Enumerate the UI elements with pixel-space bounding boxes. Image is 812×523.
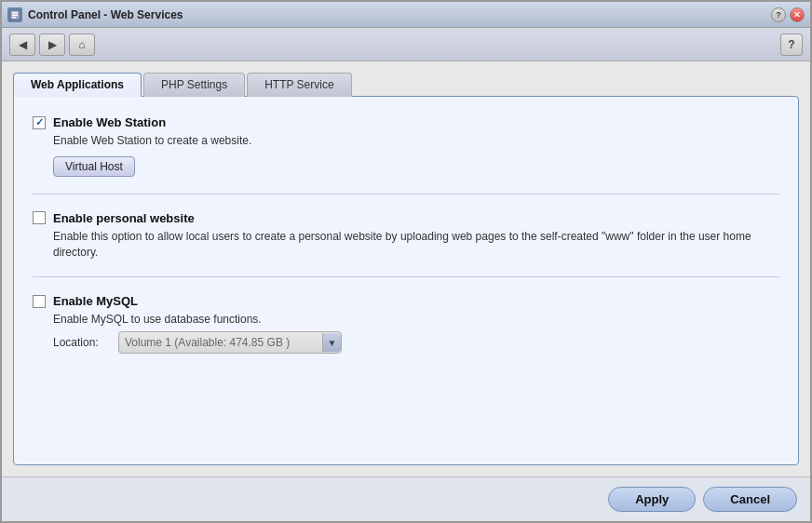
mysql-title: Enable MySQL [53, 294, 138, 308]
tab-php-settings[interactable]: PHP Settings [143, 73, 245, 97]
web-station-checkbox[interactable] [33, 116, 46, 129]
titlebar-help-btn[interactable]: ? [771, 7, 786, 22]
location-dropdown-arrow: ▼ [322, 333, 341, 352]
location-row: Location: Volume 1 (Available: 474.85 GB… [53, 331, 779, 354]
location-label: Location: [53, 336, 109, 349]
web-station-header: Enable Web Station [33, 115, 779, 129]
bottom-bar: Apply Cancel [2, 476, 810, 521]
cancel-button[interactable]: Cancel [703, 487, 797, 512]
back-button[interactable]: ◀ [9, 34, 35, 56]
main-window: Control Panel - Web Services ? ✕ ◀ ▶ ⌂ ?… [0, 0, 812, 523]
tab-web-applications[interactable]: Web Applications [13, 73, 142, 97]
help-button[interactable]: ? [780, 34, 803, 56]
personal-website-checkbox[interactable] [33, 211, 46, 224]
home-button[interactable]: ⌂ [69, 34, 95, 56]
divider-1 [33, 194, 779, 194]
svg-rect-2 [12, 14, 18, 16]
personal-website-desc: Enable this option to allow local users … [53, 229, 779, 261]
svg-rect-3 [12, 17, 16, 19]
web-station-section: Enable Web Station Enable Web Station to… [33, 115, 779, 177]
titlebar-controls: ? ✕ [771, 7, 805, 22]
mysql-section: Enable MySQL Enable MySQL to use databas… [33, 294, 779, 354]
location-value: Volume 1 (Available: 474.85 GB ) [125, 336, 322, 349]
personal-website-title: Enable personal website [53, 211, 195, 225]
virtual-host-button[interactable]: Virtual Host [53, 156, 135, 177]
personal-website-header: Enable personal website [33, 211, 779, 225]
toolbar: ◀ ▶ ⌂ ? [2, 28, 810, 61]
apply-button[interactable]: Apply [608, 487, 696, 512]
location-dropdown[interactable]: Volume 1 (Available: 474.85 GB ) ▼ [118, 331, 342, 354]
titlebar-close-btn[interactable]: ✕ [790, 7, 805, 22]
mysql-header: Enable MySQL [33, 294, 779, 308]
mysql-checkbox[interactable] [33, 295, 46, 308]
web-station-desc: Enable Web Station to create a website. [53, 133, 779, 149]
mysql-desc: Enable MySQL to use database functions. [53, 312, 779, 328]
titlebar-icon [7, 7, 22, 22]
titlebar: Control Panel - Web Services ? ✕ [2, 2, 810, 28]
tab-http-service[interactable]: HTTP Service [247, 73, 351, 97]
content-area: Web Applications PHP Settings HTTP Servi… [2, 61, 810, 476]
divider-2 [33, 276, 779, 277]
tab-panel: Enable Web Station Enable Web Station to… [13, 96, 799, 465]
web-station-title: Enable Web Station [53, 115, 166, 129]
forward-button[interactable]: ▶ [39, 34, 65, 56]
svg-rect-1 [12, 12, 18, 14]
personal-website-section: Enable personal website Enable this opti… [33, 211, 779, 261]
window-title: Control Panel - Web Services [28, 8, 771, 21]
tab-bar: Web Applications PHP Settings HTTP Servi… [13, 73, 799, 97]
